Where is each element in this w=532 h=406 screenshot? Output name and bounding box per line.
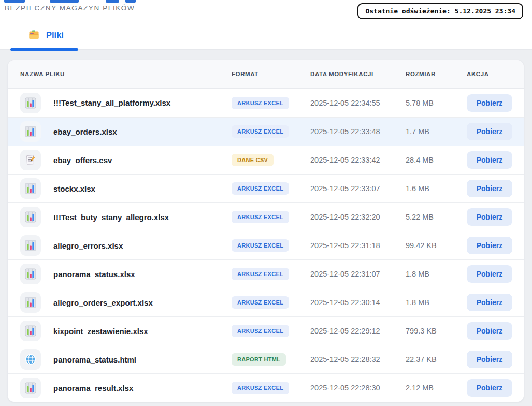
action-cell: Pobierz — [467, 294, 512, 311]
last-refresh-badge: Ostatnie odświeżenie: 5.12.2025 23:34 — [357, 3, 523, 19]
clipped-page-title — [4, 0, 211, 3]
format-cell: ARKUSZ EXCEL — [232, 239, 310, 252]
file-name: ebay_offers.csv — [53, 156, 232, 165]
download-button[interactable]: Pobierz — [467, 94, 512, 112]
format-cell: RAPORT HTML — [232, 353, 310, 366]
file-icon-box — [20, 321, 41, 341]
modified-date: 2025-12-05 22:32:20 — [310, 213, 406, 221]
file-name: kixpoint_zestawienie.xlsx — [53, 327, 232, 336]
file-icon-box — [20, 93, 41, 113]
tab-label: Pliki — [46, 30, 64, 40]
column-header-format: FORMAT — [232, 71, 310, 77]
bar-chart-icon-host — [24, 239, 37, 252]
format-badge: ARKUSZ EXCEL — [232, 268, 289, 280]
file-size: 2.12 MB — [406, 384, 467, 392]
file-name: allegro_errors.xlsx — [53, 241, 232, 250]
action-cell: Pobierz — [467, 180, 512, 197]
download-button[interactable]: Pobierz — [467, 294, 512, 311]
folder-icon-host — [28, 30, 39, 40]
format-badge: RAPORT HTML — [232, 353, 286, 366]
format-badge: ARKUSZ EXCEL — [232, 211, 289, 223]
file-size: 1.8 MB — [406, 270, 467, 278]
bar-chart-icon — [24, 239, 37, 252]
action-cell: Pobierz — [467, 94, 512, 112]
format-cell: ARKUSZ EXCEL — [232, 211, 310, 223]
modified-date: 2025-12-05 22:33:07 — [310, 184, 406, 193]
download-button[interactable]: Pobierz — [467, 379, 512, 397]
page-header: BEZPIECZNY MAGAZYN PLIKÓW Ostatnie odświ… — [0, 0, 532, 50]
bar-chart-icon — [24, 182, 37, 195]
file-size: 1.7 MB — [406, 127, 467, 136]
bar-chart-icon-host — [24, 182, 37, 195]
bar-chart-icon — [24, 381, 37, 395]
table-row: stockx.xlsx ARKUSZ EXCEL 2025-12-05 22:3… — [8, 174, 524, 202]
tab-pliki[interactable]: Pliki — [28, 30, 64, 40]
file-icon-box — [20, 264, 41, 284]
bar-chart-icon — [24, 324, 37, 338]
table-row: panorama_status.html RAPORT HTML 2025-12… — [8, 345, 524, 373]
action-cell: Pobierz — [467, 123, 512, 140]
format-badge: DANE CSV — [232, 154, 274, 166]
folder-icon — [28, 30, 39, 40]
action-cell: Pobierz — [467, 322, 512, 340]
modified-date: 2025-12-05 22:28:32 — [310, 355, 406, 364]
download-button[interactable]: Pobierz — [467, 351, 512, 368]
table-row: panorama_result.xlsx ARKUSZ EXCEL 2025-1… — [8, 373, 524, 402]
file-icon-box — [20, 292, 41, 313]
globe-icon-host — [24, 353, 37, 366]
format-cell: ARKUSZ EXCEL — [232, 382, 310, 394]
download-button[interactable]: Pobierz — [467, 208, 512, 226]
file-name: allegro_orders_export.xlsx — [53, 298, 232, 307]
tab-bar: Pliki — [0, 27, 532, 50]
action-cell: Pobierz — [467, 351, 512, 368]
file-size: 799.3 KB — [406, 327, 467, 335]
download-button[interactable]: Pobierz — [467, 237, 512, 254]
file-name: panorama_result.xlsx — [53, 384, 232, 393]
table-row: panorama_status.xlsx ARKUSZ EXCEL 2025-1… — [8, 259, 524, 288]
bar-chart-icon-host — [24, 324, 37, 338]
file-name: panorama_status.xlsx — [53, 270, 232, 279]
bar-chart-icon-host — [24, 267, 37, 281]
file-size: 5.22 MB — [406, 213, 467, 221]
format-cell: ARKUSZ EXCEL — [232, 125, 310, 138]
memo-icon-host — [24, 153, 37, 167]
format-cell: ARKUSZ EXCEL — [232, 296, 310, 309]
bar-chart-icon-host — [24, 125, 37, 138]
format-cell: ARKUSZ EXCEL — [232, 182, 310, 195]
download-button[interactable]: Pobierz — [467, 265, 512, 283]
file-icon-box — [20, 378, 41, 398]
table-row: !!!Test_buty_stany_allegro.xlsx ARKUSZ E… — [8, 202, 524, 231]
download-button[interactable]: Pobierz — [467, 151, 512, 169]
bar-chart-icon-host — [24, 381, 37, 395]
modified-date: 2025-12-05 22:34:55 — [310, 99, 406, 107]
action-cell: Pobierz — [467, 208, 512, 226]
format-badge: ARKUSZ EXCEL — [232, 325, 289, 337]
bar-chart-icon — [24, 296, 37, 309]
bar-chart-icon — [24, 125, 37, 138]
action-cell: Pobierz — [467, 237, 512, 254]
format-badge: ARKUSZ EXCEL — [232, 296, 289, 309]
file-name: !!!Test_buty_stany_allegro.xlsx — [53, 213, 232, 222]
file-name: stockx.xlsx — [53, 184, 232, 193]
file-size: 1.8 MB — [406, 298, 467, 307]
file-size: 1.6 MB — [406, 184, 467, 193]
bar-chart-icon-host — [24, 210, 37, 224]
memo-icon — [24, 153, 37, 167]
download-button[interactable]: Pobierz — [467, 180, 512, 197]
file-icon-box — [20, 150, 41, 170]
files-card: NAZWA PLIKU FORMAT DATA MODYFIKACJI ROZM… — [7, 60, 524, 402]
action-cell: Pobierz — [467, 151, 512, 169]
download-button[interactable]: Pobierz — [467, 123, 512, 140]
column-header-name: NAZWA PLIKU — [20, 71, 232, 77]
table-row: !!!Test_stany_all_platformy.xlsx ARKUSZ … — [8, 89, 524, 117]
modified-date: 2025-12-05 22:33:42 — [310, 156, 406, 164]
file-size: 99.42 KB — [406, 241, 467, 250]
modified-date: 2025-12-05 22:30:14 — [310, 298, 406, 307]
format-cell: ARKUSZ EXCEL — [232, 97, 310, 109]
format-badge: ARKUSZ EXCEL — [232, 382, 289, 394]
format-cell: ARKUSZ EXCEL — [232, 268, 310, 280]
file-icon-box — [20, 349, 41, 370]
column-header-size: ROZMIAR — [406, 71, 467, 77]
table-row: ebay_offers.csv DANE CSV 2025-12-05 22:3… — [8, 146, 524, 174]
download-button[interactable]: Pobierz — [467, 322, 512, 340]
